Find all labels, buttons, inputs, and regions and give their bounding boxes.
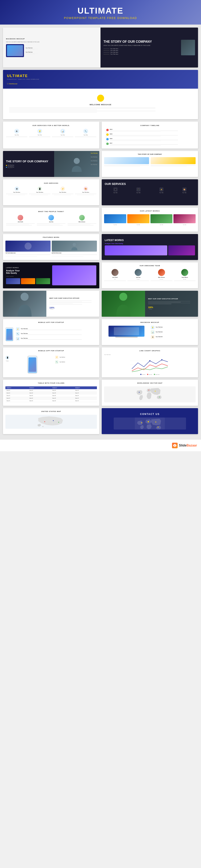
testimonial-content: WHAT THE PEOPLE THINK? John Smith Jan [3, 208, 99, 231]
slide-our-services-dark: OUR SERVICES 🖥 Your Title 📱 Your Title ⚡… [102, 179, 198, 205]
company-line-1b [104, 166, 140, 166]
data-table: Column 1 Column 2 Column 3 Column 4 Data… [5, 386, 97, 402]
ceo-dark-stat-num: 100% [148, 306, 153, 309]
timeline-line-4 [110, 144, 178, 145]
macbook-col-line3 [26, 53, 37, 54]
world-map-content: WORLDWIDE VECTOR MAP [102, 380, 198, 406]
slide-featured-work: FEATURED WORK TOP FEATURED 2019 [3, 234, 99, 260]
ceo-line-d-4 [148, 304, 172, 304]
row-7: FEATURED WORK TOP FEATURED 2019 [3, 234, 198, 260]
table-body: Data 01 Data 02 Data 03 Data 04 Data 01 … [5, 389, 97, 402]
mobile-grid: ⚡ Your Title Here 🔧 Your Title Here [5, 327, 97, 341]
row-9: MEET OUR CHIEF EXECUTIVE OFFICER 100% Su… [3, 291, 198, 317]
service-dark-icon-1: 🖥 [114, 187, 117, 191]
timeline-year-3: 2016 [110, 138, 195, 139]
macbook-col-line2 [26, 50, 34, 50]
table-cell-2-3: Data 03 [51, 392, 74, 394]
latest-dark-sub: Analyze Your Site Easily [105, 243, 195, 244]
mobile-feature-icon-1: ⚡ [16, 327, 20, 331]
svg-point-20 [157, 427, 159, 428]
ceo-line-d-1 [148, 301, 191, 302]
slide-awesome-team: OUR AWESOME TEAM John Smith CEO Jane Doe… [102, 262, 198, 288]
mobile-feature-text-3: Your Title Here [21, 338, 97, 340]
mobile-full-phone [27, 355, 37, 374]
team-member-3: Mike Johnson Developer [151, 269, 172, 282]
story-title: THE STORY OF OUR COMPANY [104, 40, 179, 43]
story-content: THE STORY OF OUR COMPANY HOW YOU CAN WRI… [104, 40, 195, 56]
t-line-1c [6, 225, 32, 225]
service-lines-3 [52, 136, 73, 138]
timeline-item-2: 2015 [110, 133, 195, 136]
timeline-line-axis [106, 130, 106, 145]
slide-timeline: COMPANY TIMELINE 2014 20 [102, 122, 198, 149]
slide-macbook-panel: MACBOOK MOCKUP HOW YOU CAN WRITE SOMETHI… [3, 28, 100, 67]
welcome-circle [97, 95, 104, 102]
service-dark-icon-3: ⚡ [160, 187, 164, 191]
macbook-feature-text-2: Your Title Here [156, 331, 163, 333]
mobile-full-feature-2: 🔧 Your Title Here [55, 361, 97, 364]
slide-mobile-full: MOBILE APP FOR STARTUP 📱 Feature ⚡ [3, 347, 99, 377]
table-cell-5-3: Data 03 [51, 400, 74, 402]
company-img-1 [104, 157, 149, 164]
ceo-line-w-5 [49, 304, 82, 305]
svg-point-18 [141, 422, 142, 423]
macbook-text-cols: Your Title Here Your Title Here [26, 47, 37, 54]
svg-point-1 [73, 243, 76, 246]
bullet-text-4: Your Title Here [110, 54, 118, 55]
avatar-2 [48, 215, 54, 220]
macbook-feature-line-1 [156, 328, 161, 329]
testimonial-lines-3 [67, 223, 96, 226]
our-service-label-2: Your Title Here [36, 192, 43, 193]
latest-works-content: OUR LATEST WORKS Your Title Your Title Y… [102, 208, 198, 231]
macbook-content: MACBOOK MOCKUP 💡 Your Title Here [102, 319, 198, 345]
mobile-content: MOBILE APP FOR STARTUP ⚡ Your Title Here [3, 319, 99, 345]
slide-ultimate: ULTIMATE POWERPOINT TEMPLATE FREE DOWNLO… [3, 70, 198, 119]
bullet-4: Your Title Here [104, 54, 179, 55]
mobile-title: MOBILE APP FOR STARTUP [5, 321, 97, 323]
slide-launch: LATEST WORKS Analyze YourSite Easily LAT… [3, 262, 99, 288]
service-item-1: ⚙ Your Title [6, 129, 27, 138]
svg-point-12 [159, 397, 160, 397]
ceo-dark-stat-label: Success [148, 309, 153, 310]
our-service-icon-2: 📱 [37, 186, 42, 191]
ceo-photo-white [3, 291, 46, 317]
team-photo-3 [158, 269, 165, 276]
row-2: ULTIMATE POWERPOINT TEMPLATE FREE DOWNLO… [3, 70, 198, 119]
team-member-4: Sarah Wilson Manager [174, 269, 196, 282]
mobile-full-fline-1 [60, 358, 64, 358]
service-line-1a [6, 136, 27, 137]
service-dark-2: 📱 Your Title [128, 187, 149, 193]
testimonial-name-2: Jane Doe [49, 221, 53, 222]
service-dark-1: 🖥 Your Title [105, 187, 126, 193]
service-line-4a [75, 136, 96, 137]
welcome-line-2 [9, 108, 155, 109]
story-bullet-line-2 [8, 168, 12, 168]
story-side-text-2: Your Title Here [91, 160, 98, 161]
mobile-full-fi-1: ⚡ [55, 355, 58, 359]
mobile-feature-icon-2: 🔧 [16, 332, 20, 336]
launch-img [52, 266, 96, 285]
service-line-2b [29, 137, 50, 137]
macbook-feature-1: 💡 Your Title Here [151, 326, 196, 329]
svg-point-7 [149, 360, 150, 362]
slide-services-white: Our Services For A Better World. ⚙ Your … [3, 122, 99, 149]
table-cell-3-2: Data 02 [28, 394, 51, 397]
t-line-2a [37, 223, 65, 224]
mobile-full-title: MOBILE APP FOR STARTUP [5, 350, 97, 352]
macbook-feature-icon-1: 💡 [151, 326, 154, 329]
story-bullet-text-1: Your Title Here [8, 164, 51, 166]
contact-map-svg [114, 417, 186, 430]
featured-circle-1 [25, 243, 32, 250]
macbook-feature-label-2: Your Title Here [156, 331, 163, 333]
our-service-label-1: Your Title Here [13, 192, 20, 193]
ceo-lines-white [49, 301, 96, 305]
mobile-feature-label-1: Your Title Here [21, 328, 97, 329]
table-cell-5-2: Data 02 [28, 400, 51, 402]
header-title: ULTIMATE [4, 6, 197, 16]
ceo-line-w-1 [49, 301, 92, 301]
timeline-content-2: 2015 [110, 133, 195, 136]
team-member-1: John Smith CEO [104, 269, 126, 282]
timeline-dot-4 [106, 143, 109, 145]
service-label-1: Your Title [15, 134, 19, 135]
timeline-content-1: 2014 [110, 129, 195, 132]
